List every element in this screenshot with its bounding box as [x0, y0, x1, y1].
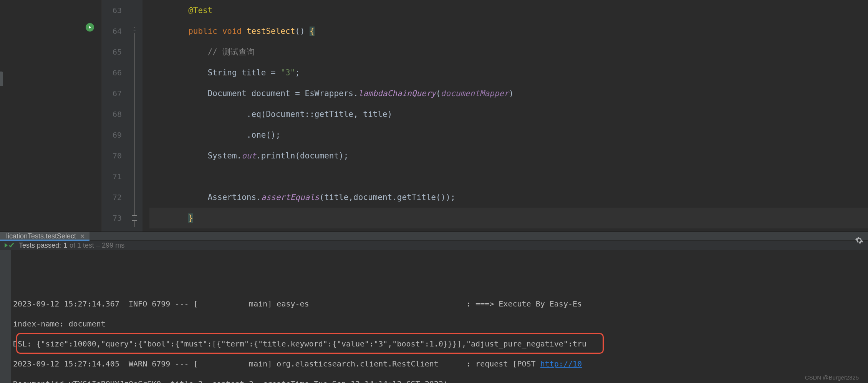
code-line[interactable]: }: [149, 208, 868, 228]
line-number: 70: [102, 145, 122, 166]
tool-window-tab-bar: licationTests.testSelect ✕: [0, 232, 868, 241]
console-left-rail: [0, 250, 11, 383]
fold-gutter[interactable]: − −: [129, 0, 142, 231]
code-line[interactable]: Document document = EsWrappers.lambdaCha…: [149, 83, 868, 104]
line-number: 65: [102, 42, 122, 62]
checkmark-icon: ✔: [8, 241, 15, 250]
code-line[interactable]: .one();: [149, 125, 868, 145]
console-link[interactable]: http://10: [540, 359, 582, 368]
code-line[interactable]: .eq(Document::getTitle, title): [149, 104, 868, 125]
expand-icon[interactable]: [5, 243, 8, 248]
line-number: 67: [102, 83, 122, 104]
test-run-tab[interactable]: licationTests.testSelect ✕: [0, 232, 89, 240]
line-number: 72: [102, 187, 122, 208]
line-number: 69: [102, 125, 122, 145]
close-tab-icon[interactable]: ✕: [80, 233, 85, 240]
console-line: index-name: document: [13, 314, 868, 334]
tests-passed-label: Tests passed:: [19, 241, 61, 250]
code-line[interactable]: Assertions.assertEquals(title,document.g…: [149, 187, 868, 208]
line-number: 63: [102, 0, 122, 21]
code-line[interactable]: @Test: [149, 0, 868, 21]
line-number: 73: [102, 208, 122, 228]
console-line: 2023-09-12 15:27:14.367 INFO 6799 --- [ …: [13, 294, 868, 314]
fold-guide-line: [134, 27, 135, 227]
console-output[interactable]: 2023-09-12 15:27:14.367 INFO 6799 --- [ …: [11, 250, 868, 383]
run-tool-window: licationTests.testSelect ✕ ✔ Tests passe…: [0, 231, 868, 383]
fold-collapse-icon[interactable]: −: [132, 28, 137, 33]
code-line[interactable]: // 测试查询: [149, 42, 868, 62]
code-line[interactable]: [149, 166, 868, 187]
code-line[interactable]: String title = "3";: [149, 62, 868, 83]
line-number: 66: [102, 62, 122, 83]
tab-label: licationTests.testSelect: [6, 232, 76, 240]
test-status-bar: ✔ Tests passed: 1 of 1 test – 299 ms: [0, 241, 868, 250]
tests-passed-count: 1: [63, 241, 67, 250]
code-editor[interactable]: 63 64 65 66 67 68 69 70 71 72 73 − − @Te…: [0, 0, 868, 231]
line-number: 64: [102, 21, 122, 42]
line-number: 68: [102, 104, 122, 125]
console-line: DSL: {"size":10000,"query":{"bool":{"mus…: [13, 334, 868, 354]
gear-icon[interactable]: [855, 236, 863, 245]
watermark-text: CSDN @Burger2325: [805, 374, 859, 381]
code-line[interactable]: System.out.println(document);: [149, 145, 868, 166]
editor-left-margin: [0, 0, 102, 231]
console-line: Document(id=xTYGiIoBOUYJzQsGrSKQ, title=…: [13, 374, 868, 383]
line-number-gutter: 63 64 65 66 67 68 69 70 71 72 73: [102, 0, 129, 231]
console-line: 2023-09-12 15:27:14.405 WARN 6799 --- [ …: [13, 354, 868, 374]
line-number: 71: [102, 166, 122, 187]
tests-total-label: of 1 test – 299 ms: [70, 241, 124, 250]
run-test-icon[interactable]: [86, 23, 94, 32]
fold-expand-icon[interactable]: −: [132, 215, 137, 221]
code-line[interactable]: public void testSelect() {: [149, 21, 868, 42]
console-side-tab[interactable]: [0, 72, 3, 86]
code-content[interactable]: @Test public void testSelect() { // 测试查询…: [142, 0, 868, 231]
